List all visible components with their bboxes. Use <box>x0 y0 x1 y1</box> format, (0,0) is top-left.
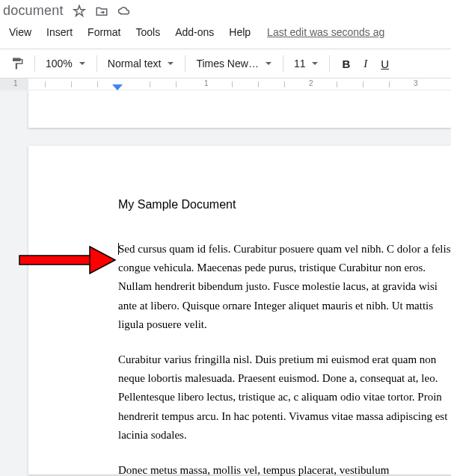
ruler-tick <box>363 81 363 87</box>
zoom-dropdown[interactable]: 100% <box>41 55 90 72</box>
separator <box>185 55 185 72</box>
chevron-down-icon <box>79 60 86 67</box>
ruler-mark: 2 <box>309 79 313 87</box>
separator <box>283 55 283 72</box>
ruler-tick <box>176 81 177 87</box>
chevron-down-icon <box>167 60 174 67</box>
document-title[interactable]: document <box>3 3 64 19</box>
menu-help[interactable]: Help <box>221 23 258 41</box>
ruler-mark: 1 <box>13 79 18 87</box>
toolbar: 100% Normal text Times New… 11 B I U <box>0 49 451 78</box>
paragraph[interactable]: Donec metus massa, mollis vel, tempus pl… <box>118 461 451 476</box>
menu-insert[interactable]: Insert <box>39 23 80 41</box>
cloud-status-icon[interactable] <box>117 4 131 18</box>
ruler-tick <box>258 81 259 87</box>
ruler-tick <box>389 81 390 87</box>
canvas-area: My Sample Document Sed cursus quam id fe… <box>0 90 451 476</box>
menu-format[interactable]: Format <box>80 23 128 41</box>
ruler-tick <box>232 81 233 87</box>
bold-button[interactable]: B <box>336 55 356 73</box>
menu-addons[interactable]: Add-ons <box>168 23 221 41</box>
underline-button[interactable]: U <box>375 55 395 73</box>
ruler[interactable]: 1 1 2 3 <box>0 78 451 90</box>
font-value: Times New… <box>196 58 259 69</box>
separator <box>329 55 330 72</box>
last-edit-link[interactable]: Last edit was seconds ag <box>261 23 390 41</box>
paragraph[interactable]: Sed cursus quam id felis. Curabitur posu… <box>118 240 451 334</box>
move-folder-icon[interactable] <box>95 4 108 18</box>
annotation-arrow-icon <box>18 245 117 275</box>
style-dropdown[interactable]: Normal text <box>103 55 180 72</box>
ruler-tick <box>97 81 98 87</box>
separator <box>34 55 35 72</box>
chevron-down-icon <box>265 60 272 67</box>
paint-format-button[interactable] <box>6 54 28 73</box>
ruler-mark: 3 <box>414 79 418 87</box>
indent-marker-icon[interactable] <box>112 84 123 90</box>
font-size-dropdown[interactable]: 11 <box>289 55 324 72</box>
menu-view[interactable]: View <box>1 23 39 41</box>
title-bar: document <box>0 0 451 22</box>
page-previous <box>28 90 451 128</box>
zoom-value: 100% <box>46 58 73 69</box>
font-dropdown[interactable]: Times New… <box>191 55 277 72</box>
document-page[interactable]: My Sample Document Sed cursus quam id fe… <box>28 146 451 475</box>
ruler-tick <box>71 81 72 87</box>
style-value: Normal text <box>108 58 162 69</box>
menu-tools[interactable]: Tools <box>128 23 168 41</box>
ruler-tick <box>150 81 150 87</box>
separator <box>96 55 97 72</box>
font-size-value: 11 <box>294 58 306 69</box>
document-heading[interactable]: My Sample Document <box>118 198 451 211</box>
ruler-mark: 1 <box>204 79 209 87</box>
ruler-tick <box>284 81 285 87</box>
svg-rect-0 <box>19 256 91 265</box>
italic-button[interactable]: I <box>358 55 373 73</box>
ruler-tick <box>337 81 337 87</box>
chevron-down-icon <box>311 60 319 67</box>
menu-bar: View Insert Format Tools Add-ons Help La… <box>0 22 451 49</box>
star-icon[interactable] <box>73 4 86 18</box>
paragraph[interactable]: Curabitur varius fringilla nisl. Duis pr… <box>118 350 451 445</box>
ruler-tick <box>45 81 46 87</box>
